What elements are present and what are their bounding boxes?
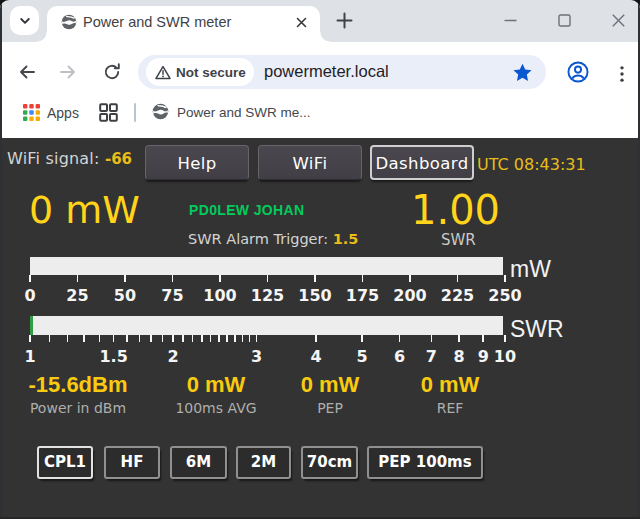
meter-tick [314, 275, 316, 282]
meter-unit-label: SWR [510, 320, 564, 339]
swr-alarm-value: 1.5 [333, 231, 359, 247]
warning-triangle-icon [155, 65, 171, 80]
meter-scale-label: 225 [441, 288, 474, 304]
reading-ref: 0 mWREF [421, 374, 480, 416]
tab-close-icon[interactable] [295, 16, 308, 29]
bookmark-favicon-globe-icon [152, 103, 169, 120]
meter-bar [30, 257, 503, 276]
meter-tick [201, 335, 203, 342]
readings-row: -15.6dBmPower in dBm0 mW100ms AVG0 mWPEP… [0, 374, 640, 418]
meter-bar [30, 316, 503, 335]
active-tab[interactable]: Power and SWR meter [47, 6, 320, 43]
coupler-button-pep-100ms[interactable]: PEP 100ms [367, 446, 483, 480]
meter-tick [124, 275, 126, 282]
swr-alarm-label: SWR Alarm Trigger: [188, 231, 328, 247]
reload-button[interactable] [102, 62, 122, 82]
power-value-big: 0 mW [29, 190, 140, 230]
meter-tick [218, 335, 220, 342]
back-button[interactable] [17, 62, 37, 82]
swr-alarm-trigger: SWR Alarm Trigger: 1.5 [188, 231, 358, 247]
coupler-button-6m[interactable]: 6M [170, 446, 227, 480]
meter-tick [457, 275, 459, 282]
meter-tick [67, 335, 69, 342]
bookmark-item[interactable]: Power and SWR me... [177, 94, 311, 132]
meter-scale-label: 175 [346, 288, 379, 304]
meter-scale-label: 100 [203, 288, 236, 304]
meter-scale-label: 75 [161, 288, 183, 304]
wifi-button[interactable]: WiFi [258, 145, 362, 180]
tab-favicon-globe-icon [61, 14, 77, 30]
tab-search-button[interactable] [10, 6, 39, 35]
meter-tick [99, 335, 101, 342]
meter-tick [192, 335, 194, 342]
tab-foot-left [37, 32, 47, 42]
window-minimize-button[interactable] [504, 14, 517, 27]
reading-label: Power in dBm [28, 401, 127, 416]
meter-scale-label: 0 [24, 288, 35, 304]
meter-tick [172, 275, 174, 282]
help-button[interactable]: Help [145, 145, 249, 180]
meter-tick [409, 275, 411, 282]
coupler-button-hf[interactable]: HF [104, 446, 160, 480]
new-tab-button[interactable] [336, 12, 353, 29]
bookmarks-separator [134, 103, 136, 122]
meter-tick [83, 335, 85, 342]
meter-scale-label: 150 [298, 288, 331, 304]
window-close-button[interactable] [612, 14, 625, 27]
squares-grid-icon[interactable] [99, 103, 118, 122]
chevron-down-icon [19, 15, 31, 27]
swr-value-big: 1.00 [411, 190, 500, 230]
power-meter-gauge: 0255075100125150175200225250mW [0, 257, 640, 309]
meter-tick [362, 275, 364, 282]
meter-scale-label: 2 [167, 349, 178, 365]
menu-dots-icon[interactable] [618, 65, 626, 83]
meter-scale-label: 1.5 [99, 349, 127, 365]
meter-tick [126, 335, 128, 342]
meter-scale-label: 50 [114, 288, 136, 304]
meter-scale-label: 5 [356, 349, 367, 365]
coupler-button-cpl1[interactable]: CPL1 [37, 446, 93, 480]
meter-tick [77, 275, 79, 282]
apps-grid-icon[interactable] [23, 104, 40, 121]
meter-scale-label: 250 [488, 288, 521, 304]
coupler-button-2m[interactable]: 2M [236, 446, 291, 480]
meter-tick [399, 335, 401, 342]
not-secure-label: Not secure [176, 65, 246, 80]
meter-tick [504, 335, 506, 342]
window-maximize-button[interactable] [558, 14, 571, 27]
reading-value: 0 mW [175, 374, 256, 396]
meter-scale-label: 6 [394, 349, 405, 365]
meter-unit-label: mW [510, 260, 551, 279]
apps-label[interactable]: Apps [47, 94, 79, 132]
meter-tick [249, 335, 251, 342]
reading-100ms-avg: 0 mW100ms AVG [175, 374, 256, 416]
meter-tick [226, 335, 228, 342]
not-secure-chip[interactable]: Not secure [146, 58, 254, 86]
forward-button[interactable] [58, 62, 78, 82]
tab-title: Power and SWR meter [83, 14, 231, 30]
tab-strip: Power and SWR meter [0, 0, 640, 42]
tab-foot-right [320, 32, 330, 42]
browser-window: Power and SWR meter Not secure powermete… [0, 0, 640, 519]
bookmark-star-icon[interactable] [512, 62, 533, 83]
meter-scale-label: 125 [251, 288, 284, 304]
meter-tick [361, 335, 363, 342]
meter-tick [504, 275, 506, 282]
wifi-signal-value: -66 [105, 150, 132, 168]
reading-label: REF [421, 401, 480, 416]
meter-tick [172, 335, 174, 342]
address-bar[interactable]: Not secure powermeter.local [138, 55, 546, 89]
callsign: PD0LEW JOHAN [189, 202, 304, 218]
meter-fill [30, 316, 33, 335]
profile-avatar-icon[interactable] [567, 61, 589, 83]
page-content: WiFi signal: -66 Help WiFi Dashboard UTC… [0, 138, 640, 519]
coupler-button-70cm[interactable]: 70cm [301, 446, 358, 480]
meter-tick [267, 275, 269, 282]
dashboard-button[interactable]: Dashboard [370, 145, 474, 180]
reading-value: 0 mW [301, 374, 360, 396]
reading-label: PEP [301, 401, 360, 416]
wifi-signal-label: WiFi signal: [7, 149, 100, 168]
reading-value: 0 mW [421, 374, 480, 396]
meter-scale-label: 25 [66, 288, 88, 304]
meter-tick [150, 335, 152, 342]
